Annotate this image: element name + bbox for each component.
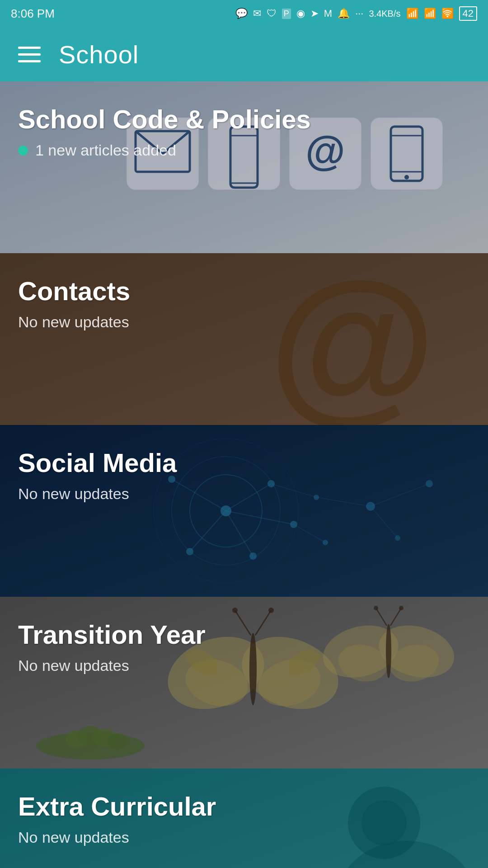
- card-3-title: Social Media: [18, 448, 470, 478]
- hamburger-line-2: [18, 53, 41, 56]
- status-bar-left: 8:06 PM: [11, 7, 55, 21]
- card-contacts[interactable]: @ Contacts No new updates: [0, 253, 488, 425]
- signal-icon-2: 📶: [424, 8, 436, 19]
- card-5-title: Extra Curricular: [18, 791, 470, 821]
- send-icon: ➤: [310, 8, 319, 19]
- hamburger-line-3: [18, 60, 41, 62]
- card-5-content: Extra Curricular No new updates: [0, 769, 488, 864]
- card-5-subtitle: No new updates: [18, 829, 470, 846]
- hamburger-line-1: [18, 47, 41, 49]
- page-title: School: [59, 40, 139, 69]
- card-1-content: School Code & Policies 1 new articles ad…: [0, 81, 488, 177]
- status-time: 8:06 PM: [11, 7, 55, 21]
- card-transition-year[interactable]: Transition Year No new updates: [0, 597, 488, 769]
- card-1-title: School Code & Policies: [18, 104, 470, 134]
- card-4-title: Transition Year: [18, 619, 470, 650]
- dots-icon: ···: [355, 8, 363, 19]
- card-4-subtitle-text: No new updates: [18, 657, 129, 675]
- signal-icon-1: 📶: [406, 8, 418, 19]
- bell-icon: 🔔: [338, 8, 350, 19]
- card-1-subtitle-text: 1 new articles added: [35, 142, 176, 159]
- status-bar: 8:06 PM 💬 ✉ 🛡 P ◉ ➤ M 🔔 ··· 3.4KB/s 📶 📶 …: [0, 0, 488, 27]
- card-5-subtitle-text: No new updates: [18, 829, 129, 846]
- fingerprint-icon: ◉: [296, 8, 305, 19]
- card-1-subtitle: 1 new articles added: [18, 142, 470, 159]
- card-2-title: Contacts: [18, 276, 470, 306]
- status-bar-right: 💬 ✉ 🛡 P ◉ ➤ M 🔔 ··· 3.4KB/s 📶 📶 🛜 42: [235, 6, 477, 21]
- new-dot-indicator: [18, 146, 28, 156]
- card-3-content: Social Media No new updates: [0, 425, 488, 521]
- top-navbar: School: [0, 27, 488, 81]
- card-4-subtitle: No new updates: [18, 657, 470, 675]
- card-2-content: Contacts No new updates: [0, 253, 488, 349]
- wifi-icon: 🛜: [441, 8, 454, 19]
- card-3-subtitle: No new updates: [18, 485, 470, 503]
- card-2-subtitle-text: No new updates: [18, 313, 129, 331]
- card-social-media[interactable]: Social Media No new updates: [0, 425, 488, 597]
- battery-level: 42: [459, 6, 477, 21]
- mail-icon: ✉: [253, 8, 261, 19]
- maps-icon: M: [324, 8, 332, 19]
- card-2-subtitle: No new updates: [18, 313, 470, 331]
- menu-button[interactable]: [18, 47, 41, 62]
- card-extra-curricular[interactable]: Extra Curricular No new updates: [0, 769, 488, 868]
- card-3-subtitle-text: No new updates: [18, 485, 129, 503]
- speed-indicator: 3.4KB/s: [369, 9, 400, 19]
- whatsapp-icon: 💬: [235, 8, 248, 19]
- shield-icon: 🛡: [267, 8, 277, 19]
- card-school-code[interactable]: @ School Code & Policies 1 new articles …: [0, 81, 488, 253]
- paytm-icon: P: [282, 9, 291, 19]
- card-4-content: Transition Year No new updates: [0, 597, 488, 693]
